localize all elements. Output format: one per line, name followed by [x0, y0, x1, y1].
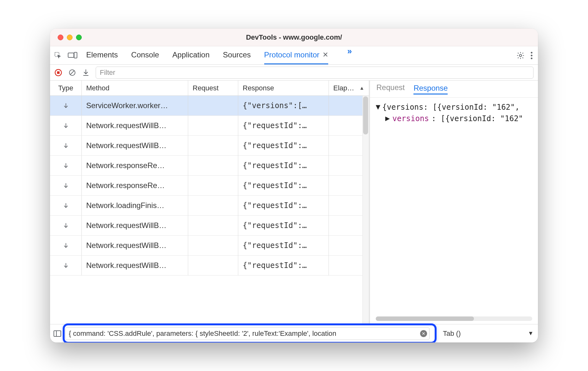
- col-elapsed[interactable]: Elap… ▲: [329, 81, 369, 95]
- tab-protocol-monitor[interactable]: Protocol monitor ✕: [264, 46, 329, 64]
- toggle-sidebar-icon[interactable]: [53, 330, 61, 337]
- row-request: [188, 116, 238, 135]
- settings-gear-icon[interactable]: [516, 51, 525, 60]
- tab-label: Protocol monitor: [264, 50, 320, 59]
- details-tab-response[interactable]: Response: [413, 84, 448, 94]
- tree-key-versions: versions: [392, 114, 429, 123]
- svg-line-10: [70, 71, 74, 75]
- zoom-window-button[interactable]: [76, 35, 82, 40]
- disclosure-open-icon[interactable]: ▼: [376, 102, 380, 111]
- filter-input[interactable]: [96, 67, 534, 79]
- row-elapsed: [329, 96, 369, 115]
- row-method: Network.requestWillB…: [82, 116, 188, 135]
- main-split: Type Method Request Response Elap… ▲ Ser…: [50, 81, 538, 324]
- devtools-window: DevTools - www.google.com/: [50, 29, 538, 342]
- row-direction-icon: [50, 156, 82, 175]
- row-elapsed: [329, 156, 369, 175]
- details-pane: Request Response ▼ {versions: [{versionI…: [370, 81, 538, 324]
- horizontal-scrollbar[interactable]: [376, 316, 532, 321]
- tab-application[interactable]: Application: [172, 46, 209, 64]
- row-response: {"requestId":…: [238, 116, 329, 135]
- tab-console[interactable]: Console: [131, 46, 159, 64]
- row-request: [188, 256, 238, 275]
- col-request[interactable]: Request: [188, 81, 238, 95]
- tree-value-versions: : [{versionId: "162": [431, 114, 523, 123]
- minimize-window-button[interactable]: [67, 35, 73, 40]
- table-header-row: Type Method Request Response Elap… ▲: [50, 81, 369, 96]
- svg-rect-8: [57, 71, 60, 74]
- table-row[interactable]: Network.responseRe…{"requestId":…: [50, 176, 369, 196]
- svg-rect-1: [68, 53, 74, 57]
- table-row[interactable]: Network.responseRe…{"requestId":…: [50, 156, 369, 176]
- row-method: Network.requestWillB…: [82, 216, 188, 235]
- close-window-button[interactable]: [58, 35, 63, 40]
- row-method: Network.responseRe…: [82, 176, 188, 195]
- row-response: {"requestId":…: [238, 236, 329, 255]
- more-menu-icon[interactable]: [530, 51, 533, 60]
- row-elapsed: [329, 136, 369, 155]
- close-panel-icon[interactable]: ✕: [323, 51, 328, 59]
- details-tab-request[interactable]: Request: [376, 83, 405, 95]
- row-elapsed: [329, 216, 369, 235]
- row-direction-icon: [50, 196, 82, 215]
- response-tree[interactable]: ▼ {versions: [{versionId: "162", ▶ versi…: [370, 98, 538, 324]
- titlebar: DevTools - www.google.com/: [50, 29, 538, 46]
- row-request: [188, 196, 238, 215]
- row-direction-icon: [50, 116, 82, 135]
- disclosure-closed-icon[interactable]: ▶: [385, 114, 390, 123]
- record-button[interactable]: [54, 69, 62, 76]
- table-row[interactable]: Network.requestWillB…{"requestId":…: [50, 236, 369, 256]
- table-row[interactable]: Network.requestWillB…{"requestId":…: [50, 216, 369, 236]
- row-direction-icon: [50, 256, 82, 275]
- tab-sources[interactable]: Sources: [223, 46, 251, 64]
- row-direction-icon: [50, 96, 82, 115]
- svg-point-5: [531, 55, 532, 56]
- inspect-element-icon[interactable]: [54, 51, 62, 60]
- command-input[interactable]: [65, 327, 430, 340]
- row-method: Network.requestWillB…: [82, 256, 188, 275]
- clear-input-icon[interactable]: ✕: [420, 330, 427, 337]
- download-icon[interactable]: [82, 69, 89, 76]
- svg-rect-2: [74, 52, 77, 58]
- svg-point-4: [531, 52, 532, 53]
- row-method: Network.requestWillB…: [82, 136, 188, 155]
- table-body[interactable]: ServiceWorker.worker…{"versions":[…Netwo…: [50, 96, 369, 324]
- row-request: [188, 216, 238, 235]
- svg-point-3: [520, 54, 522, 56]
- details-tabs: Request Response: [370, 81, 538, 98]
- tabs-overflow-button[interactable]: »: [347, 46, 352, 64]
- col-response[interactable]: Response: [238, 81, 329, 95]
- drawer-tab-label[interactable]: Tab (): [443, 329, 461, 338]
- row-method: Network.loadingFinis…: [82, 196, 188, 215]
- drawer-collapse-icon[interactable]: ▼: [528, 330, 534, 337]
- tree-root-text: {versions: [{versionId: "162",: [382, 103, 519, 112]
- table-row[interactable]: ServiceWorker.worker…{"versions":[…: [50, 96, 369, 116]
- svg-point-6: [531, 57, 532, 59]
- col-type[interactable]: Type: [50, 81, 82, 95]
- tab-elements[interactable]: Elements: [86, 46, 118, 64]
- row-elapsed: [329, 196, 369, 215]
- row-request: [188, 236, 238, 255]
- row-response: {"requestId":…: [238, 196, 329, 215]
- row-request: [188, 96, 238, 115]
- table-row[interactable]: Network.loadingFinis…{"requestId":…: [50, 196, 369, 216]
- panel-tabs-bar: Elements Console Application Sources Pro…: [50, 46, 538, 65]
- row-response: {"requestId":…: [238, 176, 329, 195]
- row-response: {"versions":[…: [238, 96, 329, 115]
- table-row[interactable]: Network.requestWillB…{"requestId":…: [50, 256, 369, 276]
- row-method: Network.requestWillB…: [82, 236, 188, 255]
- row-elapsed: [329, 176, 369, 195]
- row-response: {"requestId":…: [238, 136, 329, 155]
- panel-tabs: Elements Console Application Sources Pro…: [86, 46, 352, 64]
- horizontal-scrollbar-thumb[interactable]: [376, 316, 474, 321]
- device-toolbar-icon[interactable]: [68, 52, 77, 59]
- row-request: [188, 176, 238, 195]
- drawer-footer: ✕ Tab () ▼: [50, 324, 538, 342]
- table-row[interactable]: Network.requestWillB…{"requestId":…: [50, 116, 369, 136]
- clear-log-icon[interactable]: [68, 69, 76, 76]
- protocol-toolbar: [50, 65, 538, 81]
- table-row[interactable]: Network.requestWillB…{"requestId":…: [50, 136, 369, 156]
- col-method[interactable]: Method: [82, 81, 188, 95]
- row-response: {"requestId":…: [238, 156, 329, 175]
- row-direction-icon: [50, 236, 82, 255]
